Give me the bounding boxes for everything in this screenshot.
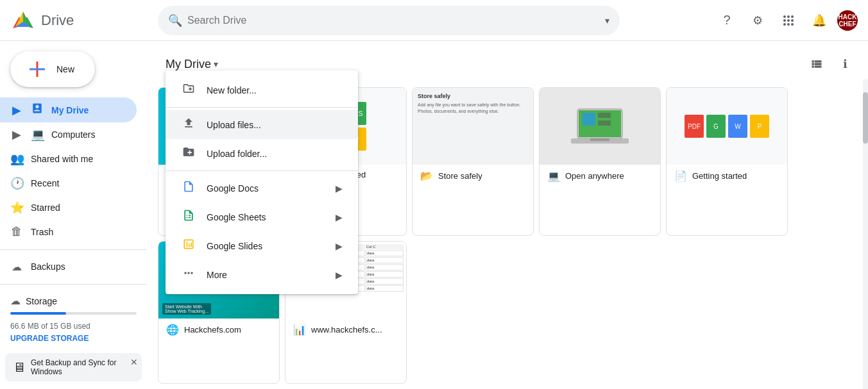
menu-divider-2 <box>166 170 358 171</box>
store-icon: 📂 <box>420 170 433 182</box>
main-layout: New ▶ My Drive ▶ 💻 Computers 👥 Shared wi… <box>0 41 868 389</box>
sidebar-item-starred-label: Starred <box>31 203 60 213</box>
search-input[interactable] <box>187 15 600 26</box>
menu-item-google-slides[interactable]: Google Slides ▶ <box>166 231 358 260</box>
list-view-button[interactable] <box>804 51 830 77</box>
sidebar-item-recent[interactable]: 🕐 Recent <box>0 171 137 195</box>
upload-folder-icon <box>181 145 196 161</box>
header-right: ? ⚙ 🔔 HACKCHEF <box>714 8 858 33</box>
starred-icon: ⭐ <box>10 201 23 215</box>
file-card-laptop[interactable]: 💻 Open anywhere <box>539 87 661 236</box>
sidebar-item-shared-label: Shared with me <box>31 154 93 164</box>
sidebar-item-trash-label: Trash <box>31 227 53 237</box>
sidebar-item-my-drive-label: My Drive <box>51 105 89 115</box>
help-button[interactable]: ? <box>714 8 740 33</box>
storage-cloud-icon: ☁ <box>10 295 21 307</box>
google-sheets-arrow-icon: ▶ <box>336 212 343 222</box>
logo-area: Drive <box>10 8 158 33</box>
new-button[interactable]: New <box>10 51 95 87</box>
backups-icon: ☁ <box>10 261 23 273</box>
settings-icon: ⚙ <box>753 13 763 28</box>
new-button-label: New <box>56 64 74 74</box>
file-info-traffic2: 🌐 Hackchefs.com <box>158 319 279 341</box>
svg-rect-24 <box>590 138 609 141</box>
menu-item-more-label: More <box>207 270 227 280</box>
file-thumbnail-laptop <box>540 88 660 165</box>
my-drive-icon <box>31 103 44 117</box>
menu-divider-1 <box>166 107 358 108</box>
computers-expand-icon: ▶ <box>10 128 23 142</box>
search-bar[interactable]: 🔍 ▾ <box>158 6 620 35</box>
scrollbar-thumb[interactable] <box>863 92 868 144</box>
sidebar-item-trash[interactable]: 🗑 Trash <box>0 220 137 244</box>
sidebar-item-backups-label: Backups <box>31 261 65 272</box>
scrollbar[interactable] <box>863 79 868 389</box>
apps-icon <box>782 14 795 27</box>
menu-item-more[interactable]: More ▶ <box>166 260 358 289</box>
menu-item-upload-folder[interactable]: Upload folder... <box>166 139 358 168</box>
dropdown-menu: New folder... Upload files... Upload fol… <box>166 70 358 294</box>
view-controls: ℹ <box>804 51 858 77</box>
svg-point-11 <box>791 15 794 18</box>
menu-item-new-folder[interactable]: New folder... <box>166 76 358 104</box>
drive-logo-icon <box>10 8 36 33</box>
search-icon: 🔍 <box>168 13 182 28</box>
svg-point-15 <box>783 23 786 26</box>
menu-item-google-sheets-label: Google Sheets <box>207 212 266 222</box>
file-name-hackchefs-sheet: www.hackchefs.c... <box>311 325 382 335</box>
menu-item-upload-folder-label: Upload folder... <box>207 149 267 159</box>
trash-icon: 🗑 <box>10 225 23 238</box>
menu-item-new-folder-label: New folder... <box>207 85 257 95</box>
new-plus-icon <box>26 58 49 81</box>
sidebar-item-backups[interactable]: ☁ Backups <box>0 255 137 279</box>
help-icon: ? <box>723 13 730 28</box>
file-info-laptop: 💻 Open anywhere <box>540 165 660 187</box>
sidebar-item-computers[interactable]: ▶ 💻 Computers <box>0 122 137 147</box>
apps-button[interactable] <box>776 8 801 33</box>
more-icon <box>181 267 196 283</box>
shared-icon: 👥 <box>10 152 23 166</box>
file-card-getting-started-2[interactable]: PDF G W P 📄 Getting started <box>666 87 788 236</box>
file-card-store-safely[interactable]: Store safely Add any file you want to sa… <box>412 87 534 236</box>
settings-button[interactable]: ⚙ <box>745 8 770 33</box>
menu-item-google-docs[interactable]: Google Docs ▶ <box>166 174 358 203</box>
info-button[interactable]: ℹ <box>832 51 858 77</box>
svg-point-13 <box>787 19 790 22</box>
storage-bar-bg <box>10 312 137 315</box>
storage-used-text: 66.6 MB of 15 GB used <box>10 322 90 331</box>
monitor-icon: 🖥 <box>13 360 26 375</box>
google-docs-icon <box>181 180 196 196</box>
upload-files-icon <box>181 117 196 133</box>
menu-item-google-sheets[interactable]: Google Sheets ▶ <box>166 203 358 231</box>
my-drive-expand-icon: ▶ <box>10 103 23 117</box>
pdf-icon-2: 📄 <box>674 170 687 182</box>
info-icon: ℹ <box>843 57 847 71</box>
list-view-icon <box>810 58 823 70</box>
app-name: Drive <box>41 12 74 29</box>
sidebar-divider-2 <box>0 284 147 285</box>
sidebar-item-my-drive[interactable]: ▶ My Drive <box>0 97 137 122</box>
sidebar-item-shared[interactable]: 👥 Shared with me <box>0 147 137 171</box>
sidebar-divider <box>0 249 147 250</box>
sidebar-item-starred[interactable]: ⭐ Starred <box>0 195 137 220</box>
google-slides-icon <box>181 238 196 254</box>
backup-close-button[interactable]: ✕ <box>130 357 138 367</box>
svg-point-10 <box>787 15 790 18</box>
notifications-button[interactable]: 🔔 <box>806 8 832 33</box>
upgrade-storage-link[interactable]: UPGRADE STORAGE <box>10 334 137 343</box>
svg-point-16 <box>787 23 790 26</box>
laptop-thumb <box>571 104 629 149</box>
site-icon-2: 🌐 <box>166 324 179 336</box>
backup-banner-text: Get Backup and Sync for Windows <box>31 358 134 376</box>
avatar-button[interactable]: HACKCHEF <box>837 10 858 31</box>
header: Drive 🔍 ▾ ? ⚙ 🔔 HACKCHEF <box>0 0 868 41</box>
breadcrumb-text: My Drive <box>166 58 211 71</box>
menu-item-upload-files[interactable]: Upload files... <box>166 110 358 139</box>
breadcrumb-dropdown-icon: ▾ <box>214 59 218 69</box>
menu-item-upload-files-label: Upload files... <box>207 120 261 130</box>
more-arrow-icon: ▶ <box>336 270 343 280</box>
search-dropdown-icon[interactable]: ▾ <box>605 15 609 26</box>
svg-point-14 <box>791 19 794 22</box>
new-folder-icon <box>181 82 196 98</box>
file-info-hackchefs-sheet: 📊 www.hackchefs.c... <box>285 319 406 341</box>
